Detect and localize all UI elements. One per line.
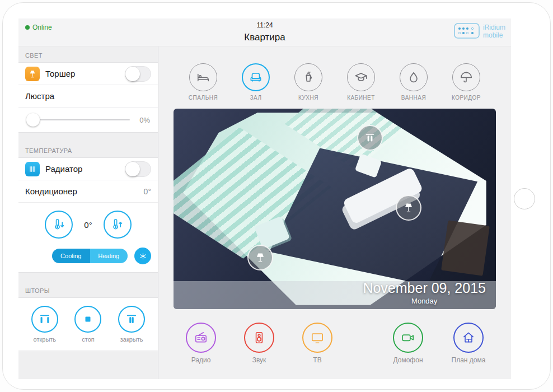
fan-button[interactable] [134,248,151,264]
curtains-stop-button[interactable] [74,306,101,333]
curtains-open-icon [38,312,51,326]
toggle-knob [125,67,140,81]
setpoint-row: 0° [18,203,158,246]
slider-knob[interactable] [26,113,40,127]
curtains-open-button[interactable] [31,306,58,333]
curtains-close-button[interactable] [118,306,145,333]
action-circle[interactable] [186,323,216,353]
room-label: ВАННАЯ [395,95,432,101]
date-display: November 09, 2015 Monday [363,280,486,305]
kettle-icon [301,70,316,85]
conditioner-label: Кондиционер [25,186,77,196]
conditioner-row: Кондиционер 0° [18,180,158,203]
section-header-light: СВЕТ [18,46,158,62]
curtains-icon [364,132,376,144]
room-circle[interactable] [400,63,428,91]
curtain-control-overlay-button[interactable] [357,125,383,151]
room-label: КУХНЯ [290,95,327,101]
chandelier-slider[interactable] [26,113,130,127]
room-circle[interactable] [347,63,375,91]
room-label: КАБИНЕТ [343,95,379,101]
section-header-curtains: ШТОРЫ [18,273,158,297]
cooling-segment[interactable]: Cooling [52,249,90,263]
chandelier-value: 0% [134,116,150,124]
bed-icon [196,70,210,85]
chandelier-row: Люстра [18,85,158,108]
thermometer-up-icon [110,217,125,232]
toggle-knob [125,162,140,176]
intercom-button[interactable]: Домофон [388,323,428,364]
temp-down-button[interactable] [45,211,73,239]
video-camera-icon [401,330,415,345]
room-tab-livingroom[interactable]: ЗАЛ [237,63,274,101]
room-selector: СПАЛЬНЯ ЗАЛ [174,63,496,101]
logo-line1: iRidium [483,24,505,32]
bottom-actions: Радио Звук [174,323,496,364]
action-circle[interactable] [244,323,274,353]
curtains-close-icon [125,312,138,326]
curtains-group: открыть стоп [18,297,158,351]
floor-lamp-toggle[interactable] [125,66,151,82]
umbrella-icon [459,70,474,85]
water-drop-icon [406,70,421,85]
top-bar: Online 11:24 Квартира iRidium mobile [18,18,511,46]
sofa-icon [249,70,263,85]
room-label: ЗАЛ [237,95,274,101]
chandelier-slider-row: 0% [18,108,158,132]
room-tab-bedroom[interactable]: СПАЛЬНЯ [185,63,222,101]
action-label: Домофон [388,356,428,364]
heating-segment[interactable]: Heating [90,249,128,263]
chandelier-label: Люстра [25,91,54,101]
mode-segmented-control: Cooling Heating [52,249,128,263]
room-circle[interactable] [242,63,270,91]
date-text: November 09, 2015 [363,280,486,296]
floor-lamp-row: Торшер [18,63,158,85]
tv-button[interactable]: ТВ [298,323,337,364]
room-circle[interactable] [189,63,217,91]
action-circle[interactable] [302,323,332,353]
temp-up-button[interactable] [104,211,132,239]
room-photo: November 09, 2015 Monday [174,109,496,309]
room-tab-bathroom[interactable]: ВАННАЯ [395,63,432,101]
room-label: КОРИДОР [448,95,485,101]
house-plan-button[interactable]: План дома [449,323,488,364]
tablet-home-button[interactable] [514,188,535,209]
thermometer-down-icon [51,217,67,232]
radiator-row: Радиатор [18,158,158,180]
fan-icon [138,251,148,261]
home-actions: Домофон План дома [388,323,488,364]
sound-button[interactable]: Звук [240,323,279,364]
floor-lamp-icon [25,67,40,81]
curtains-close-item: закрыть [118,306,145,343]
room-circle[interactable] [452,63,480,91]
room-tab-corridor[interactable]: КОРИДОР [448,63,485,101]
render-cabinet [441,220,490,276]
room-tab-kitchen[interactable]: КУХНЯ [290,63,327,101]
conditioner-value: 0° [144,187,151,196]
tablet-frame: Online 11:24 Квартира iRidium mobile [2,2,551,390]
action-label: Радио [181,356,221,364]
action-label: Звук [240,356,279,364]
speaker-icon [252,330,266,345]
graduation-cap-icon [354,70,368,85]
room-tab-office[interactable]: КАБИНЕТ [343,63,379,101]
main-area: СПАЛЬНЯ ЗАЛ [158,46,511,379]
page-title: Квартира [18,32,511,43]
room-circle[interactable] [294,63,322,91]
curtains-close-label: закрыть [118,336,145,343]
floor-lamp-label: Торшер [45,69,75,78]
radiator-icon [25,162,40,176]
sidebar: СВЕТ Торшер Люстра [18,46,158,379]
action-circle[interactable] [393,323,423,353]
slider-track[interactable] [26,119,130,120]
setpoint-value: 0° [84,220,92,230]
radiator-toggle[interactable] [125,161,151,177]
light-group: Торшер Люстра 0% [18,62,158,133]
action-circle[interactable] [453,323,484,353]
radio-button[interactable]: Радио [181,323,221,364]
curtains-open-item: открыть [31,306,58,343]
curtains-stop-item: стоп [74,306,101,343]
clock: 11:24 [18,21,511,29]
lamp-icon [254,251,266,264]
curtains-stop-label: стоп [74,336,101,343]
